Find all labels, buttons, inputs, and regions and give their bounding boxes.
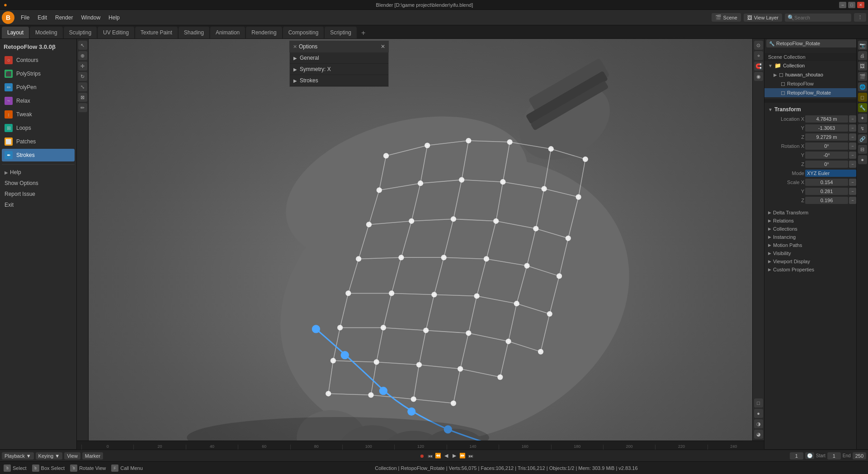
- tool-polystrips[interactable]: ⬛ PolyStrips: [2, 67, 75, 80]
- menu-window[interactable]: Window: [77, 13, 104, 23]
- end-frame[interactable]: 250: [853, 452, 866, 460]
- options-general[interactable]: ▶ General: [290, 52, 388, 64]
- custom-properties-section[interactable]: ▶ Custom Properties: [764, 265, 868, 274]
- tab-sculpting[interactable]: Sculpting: [64, 27, 97, 38]
- motion-paths-section[interactable]: ▶ Motion Paths: [764, 241, 868, 249]
- show-options-item[interactable]: Show Options: [2, 178, 75, 188]
- scale-y-minus[interactable]: −: [849, 188, 856, 195]
- menu-file[interactable]: File: [17, 13, 33, 23]
- tool-loops[interactable]: ⊞ Loops: [2, 122, 75, 134]
- extra-options-button[interactable]: ⋮: [854, 13, 866, 22]
- start-frame[interactable]: 1: [827, 452, 841, 460]
- properties-data-icon[interactable]: ⊟: [858, 145, 867, 154]
- tab-compositing[interactable]: Compositing: [283, 27, 324, 38]
- rotation-y-value[interactable]: -0°: [805, 152, 848, 159]
- viewport-shading-solid[interactable]: ●: [754, 409, 763, 418]
- tool-patches[interactable]: ⬜ Patches: [2, 135, 75, 148]
- properties-render-icon[interactable]: 📷: [858, 41, 867, 50]
- skip-to-start-button[interactable]: ⏮: [427, 453, 433, 459]
- options-close-button[interactable]: ✕: [381, 43, 385, 50]
- overlay-button[interactable]: ⊙: [754, 41, 763, 50]
- marker-menu[interactable]: Marker: [82, 452, 103, 460]
- location-x-minus[interactable]: −: [849, 115, 856, 123]
- tab-shading[interactable]: Shading: [179, 27, 209, 38]
- properties-output-icon[interactable]: 🖨: [858, 51, 867, 60]
- playback-dropdown[interactable]: Playback ▼: [2, 452, 34, 460]
- rotation-y-minus[interactable]: −: [849, 152, 856, 159]
- exit-item[interactable]: Exit: [2, 200, 75, 210]
- record-button[interactable]: ⏺: [419, 453, 425, 459]
- menu-render[interactable]: Render: [52, 13, 76, 23]
- rotation-x-value[interactable]: 0°: [805, 142, 848, 150]
- close-button[interactable]: ✕: [857, 2, 864, 8]
- location-x-value[interactable]: 4.7843 m: [805, 115, 848, 123]
- tab-uv-editing[interactable]: UV Editing: [98, 27, 134, 38]
- tool-tweak[interactable]: ↕ Tweak: [2, 108, 75, 121]
- tool-annotate-button[interactable]: ✏: [78, 103, 87, 112]
- scale-x-minus[interactable]: −: [849, 179, 856, 186]
- instancing-section[interactable]: ▶ Instancing: [764, 233, 868, 241]
- location-y-minus[interactable]: −: [849, 124, 856, 132]
- properties-view-layer-icon[interactable]: 🖼: [858, 62, 867, 71]
- viewport-display-section[interactable]: ▶ Viewport Display: [764, 257, 868, 265]
- tool-relax[interactable]: ~ Relax: [2, 95, 75, 107]
- tab-layout[interactable]: Layout: [2, 27, 29, 38]
- properties-material-icon[interactable]: ●: [858, 155, 867, 164]
- tool-select-button[interactable]: ↖: [78, 41, 87, 50]
- add-workspace-button[interactable]: +: [358, 28, 369, 38]
- relations-section[interactable]: ▶ Relations: [764, 217, 868, 225]
- scale-y-value[interactable]: 0.281: [805, 188, 848, 195]
- collection-item-retopo[interactable]: ◻ RetopoFlow 👁: [764, 79, 868, 88]
- step-back-button[interactable]: ⏪: [435, 453, 441, 459]
- menu-help[interactable]: Help: [105, 13, 123, 23]
- delta-transform-section[interactable]: ▶ Delta Transform: [764, 209, 868, 217]
- tab-scripting[interactable]: Scripting: [325, 27, 357, 38]
- gizmo-button[interactable]: ⌖: [754, 51, 763, 60]
- collections-section[interactable]: ▶ Collections: [764, 225, 868, 233]
- tab-animation[interactable]: Animation: [210, 27, 245, 38]
- tab-rendering[interactable]: Rendering: [246, 27, 282, 38]
- scale-x-value[interactable]: 0.154: [805, 179, 848, 186]
- help-item[interactable]: ▶ Help: [2, 167, 75, 177]
- viewport[interactable]: [77, 39, 764, 449]
- collection-item-huawan[interactable]: ▶ ◻ huawan_shoutao 👁: [764, 70, 868, 79]
- tool-cursor-button[interactable]: ⊕: [78, 51, 87, 60]
- rotation-x-minus[interactable]: −: [849, 142, 856, 150]
- options-strokes[interactable]: ▶ Strokes: [290, 75, 388, 86]
- scale-z-value[interactable]: 0.196: [805, 197, 848, 204]
- properties-modifier-icon[interactable]: 🔧: [858, 103, 867, 112]
- tool-transform-button[interactable]: ⊠: [78, 93, 87, 102]
- tool-polypen[interactable]: ✏ PolyPen: [2, 81, 75, 94]
- report-issue-item[interactable]: Report Issue: [2, 189, 75, 199]
- collection-item-retopo-rotate[interactable]: ◻ RetopoFlow_Rotate 👁: [764, 88, 868, 97]
- location-y-value[interactable]: -1.3063: [805, 124, 848, 132]
- location-z-value[interactable]: 9.2729 m: [805, 133, 848, 141]
- tool-rotate-button[interactable]: ↻: [78, 72, 87, 81]
- tool-move-button[interactable]: ✛: [78, 62, 87, 71]
- tool-contours[interactable]: ○ Contours: [2, 54, 75, 66]
- rotation-z-value[interactable]: 0°: [805, 161, 848, 168]
- viewport-shading-render[interactable]: ◕: [754, 430, 763, 439]
- proportional-edit-button[interactable]: ◉: [754, 72, 763, 81]
- maximize-button[interactable]: □: [848, 2, 855, 8]
- properties-world-icon[interactable]: 🌐: [858, 82, 867, 91]
- view-menu[interactable]: View: [64, 452, 80, 460]
- properties-constraints-icon[interactable]: 🔗: [858, 134, 867, 143]
- skip-to-end-button[interactable]: ⏭: [467, 453, 474, 459]
- visibility-section[interactable]: ▶ Visibility: [764, 249, 868, 257]
- tab-modeling[interactable]: Modeling: [30, 27, 63, 38]
- viewport-shading-material[interactable]: ◑: [754, 419, 763, 428]
- minimize-button[interactable]: –: [839, 2, 846, 8]
- step-forward-button[interactable]: ⏩: [459, 453, 466, 459]
- tab-texture-paint[interactable]: Texture Paint: [135, 27, 178, 38]
- keying-dropdown[interactable]: Keying ▼: [36, 452, 63, 460]
- view-layer-selector[interactable]: 🖼 View Layer: [744, 14, 782, 22]
- rotation-z-minus[interactable]: −: [849, 161, 856, 168]
- properties-scene-icon[interactable]: 🎬: [858, 72, 867, 81]
- play-reverse-button[interactable]: ◀: [443, 453, 449, 459]
- collection-item-collection[interactable]: ▼ 📁 Collection 👁: [764, 61, 868, 70]
- search-input[interactable]: [794, 15, 849, 20]
- transform-header[interactable]: ▼ Transform: [766, 104, 866, 114]
- properties-object-icon[interactable]: ◻: [858, 93, 867, 102]
- menu-edit[interactable]: Edit: [34, 13, 51, 23]
